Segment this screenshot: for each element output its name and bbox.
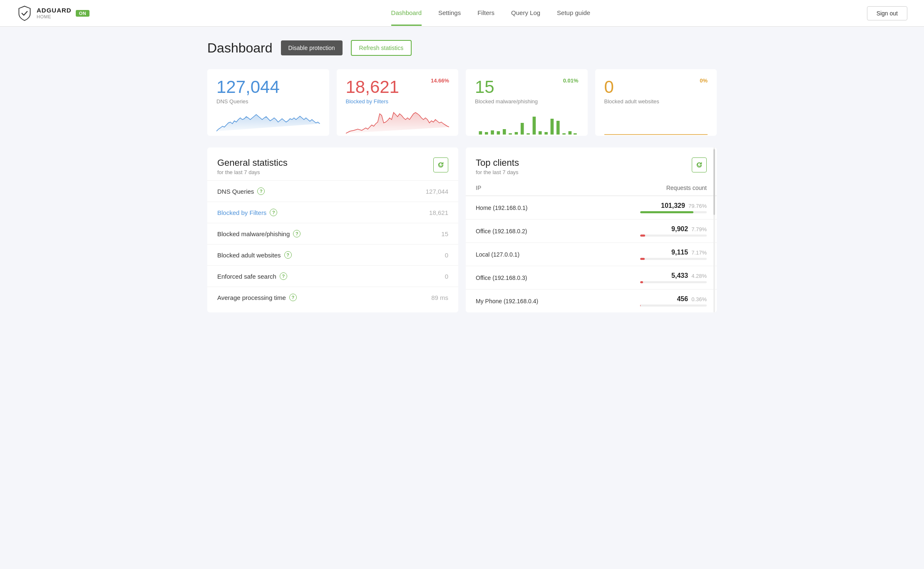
adguard-logo-icon — [17, 5, 32, 21]
stat-card-adult: 0 0% Blocked adult websites — [595, 69, 717, 136]
client-bar-fill — [640, 211, 693, 213]
client-count-number: 5,433 — [671, 272, 688, 280]
malware-percent: 0.01% — [563, 77, 579, 84]
svg-rect-14 — [562, 133, 566, 135]
sign-out-button[interactable]: Sign out — [867, 6, 907, 20]
status-badge: ON — [76, 10, 90, 17]
svg-rect-11 — [544, 132, 548, 135]
malware-number: 15 — [475, 77, 494, 97]
clients-row: Office (192.168.0.3)5,4334.28% — [466, 266, 717, 289]
stats-row: Average processing time?89 ms — [207, 287, 458, 308]
stats-row-label: Enforced safe search? — [217, 272, 375, 280]
client-ip: Home (192.168.0.1) — [466, 196, 588, 220]
stat-cards-row: 127,044 DNS Queries 18,621 14.66% — [207, 69, 717, 136]
svg-rect-2 — [491, 130, 494, 135]
client-bar-background — [640, 304, 707, 307]
general-stats-title: General statistics — [217, 157, 288, 168]
stats-row-value: 89 ms — [385, 287, 458, 308]
client-bar-background — [640, 235, 707, 237]
client-count: 5,4334.28% — [588, 266, 717, 289]
top-clients-panel: Top clients for the last 7 days IP Reque… — [466, 147, 717, 312]
main-content: Dashboard Disable protection Refresh sta… — [187, 27, 737, 326]
blocked-percent: 14.66% — [431, 77, 449, 84]
stats-row-value: 0 — [385, 245, 458, 266]
svg-rect-9 — [533, 117, 536, 135]
top-clients-title: Top clients — [476, 157, 519, 168]
client-count-percent: 4.28% — [691, 273, 707, 279]
clients-col-ip: IP — [466, 180, 588, 196]
svg-rect-4 — [503, 129, 506, 135]
nav-links: Dashboard Settings Filters Query Log Set… — [114, 1, 867, 26]
stats-row-label: DNS Queries? — [217, 187, 375, 195]
help-icon[interactable]: ? — [293, 230, 301, 237]
stats-row: Enforced safe search?0 — [207, 266, 458, 287]
stats-row-value: 0 — [385, 266, 458, 287]
nav-dashboard[interactable]: Dashboard — [391, 1, 422, 26]
top-clients-refresh-button[interactable] — [692, 157, 707, 172]
help-icon[interactable]: ? — [280, 272, 287, 280]
scrollbar-thumb — [713, 149, 715, 215]
page-header: Dashboard Disable protection Refresh sta… — [207, 40, 717, 56]
malware-label: Blocked malware/phishing — [475, 98, 579, 105]
adult-chart — [604, 110, 708, 135]
refresh-icon — [696, 162, 703, 168]
navbar: ADGUARD HOME ON Dashboard Settings Filte… — [0, 0, 924, 27]
client-count-number: 9,902 — [671, 225, 688, 233]
nav-setup-guide[interactable]: Setup guide — [557, 1, 590, 26]
nav-settings[interactable]: Settings — [438, 1, 461, 26]
client-bar-fill — [640, 235, 645, 237]
stats-row-label[interactable]: Blocked by Filters? — [217, 209, 375, 216]
top-clients-subtitle: for the last 7 days — [476, 169, 519, 175]
client-count: 9,9027.79% — [588, 220, 717, 243]
malware-chart — [475, 110, 579, 135]
help-icon[interactable]: ? — [284, 251, 292, 259]
client-count: 4560.36% — [588, 289, 717, 313]
stats-row-label: Blocked malware/phishing? — [217, 230, 375, 237]
help-icon[interactable]: ? — [289, 294, 297, 301]
help-icon[interactable]: ? — [270, 209, 277, 216]
refresh-icon — [437, 162, 444, 168]
client-count-percent: 79.76% — [688, 203, 707, 209]
svg-rect-12 — [551, 119, 554, 135]
stats-row: Blocked by Filters?18,621 — [207, 202, 458, 223]
client-count-percent: 7.79% — [691, 226, 707, 232]
scrollbar-track[interactable] — [713, 147, 715, 312]
blocked-number: 18,621 — [346, 77, 399, 97]
clients-row: Local (127.0.0.1)9,1157.17% — [466, 243, 717, 266]
stats-row-label: Blocked adult websites? — [217, 251, 375, 259]
stats-row-value: 15 — [385, 223, 458, 245]
help-icon[interactable]: ? — [257, 187, 265, 195]
dns-queries-chart — [216, 110, 320, 135]
client-ip: My Phone (192.168.0.4) — [466, 289, 588, 313]
client-count-number: 9,115 — [671, 249, 688, 256]
clients-row: My Phone (192.168.0.4)4560.36% — [466, 289, 717, 313]
general-stats-refresh-button[interactable] — [433, 157, 448, 172]
stat-card-blocked: 18,621 14.66% Blocked by Filters — [337, 69, 459, 136]
svg-rect-10 — [539, 131, 542, 135]
nav-filters[interactable]: Filters — [477, 1, 494, 26]
disable-protection-button[interactable]: Disable protection — [281, 40, 343, 55]
clients-row: Office (192.168.0.2)9,9027.79% — [466, 220, 717, 243]
svg-rect-7 — [521, 123, 524, 135]
general-stats-table: DNS Queries?127,044Blocked by Filters?18… — [207, 180, 458, 308]
client-bar-fill — [640, 258, 645, 260]
brand: ADGUARD HOME ON — [17, 5, 89, 21]
nav-query-log[interactable]: Query Log — [511, 1, 540, 26]
svg-rect-6 — [515, 132, 518, 135]
stat-card-dns: 127,044 DNS Queries — [207, 69, 329, 136]
refresh-statistics-button[interactable]: Refresh statistics — [351, 40, 412, 56]
stats-row: DNS Queries?127,044 — [207, 181, 458, 202]
adult-number: 0 — [604, 77, 614, 97]
page-title: Dashboard — [207, 40, 273, 56]
client-count-number: 101,329 — [661, 202, 685, 210]
stats-row: Blocked malware/phishing?15 — [207, 223, 458, 245]
dns-queries-number: 127,044 — [216, 77, 280, 97]
stats-row-label: Average processing time? — [217, 294, 375, 301]
svg-rect-15 — [569, 131, 572, 135]
client-count-number: 456 — [677, 295, 688, 303]
clients-row: Home (192.168.0.1)101,32979.76% — [466, 196, 717, 220]
client-bar-fill — [640, 304, 641, 307]
client-ip: Office (192.168.0.2) — [466, 220, 588, 243]
blocked-chart — [346, 110, 450, 135]
adult-percent: 0% — [700, 77, 708, 84]
